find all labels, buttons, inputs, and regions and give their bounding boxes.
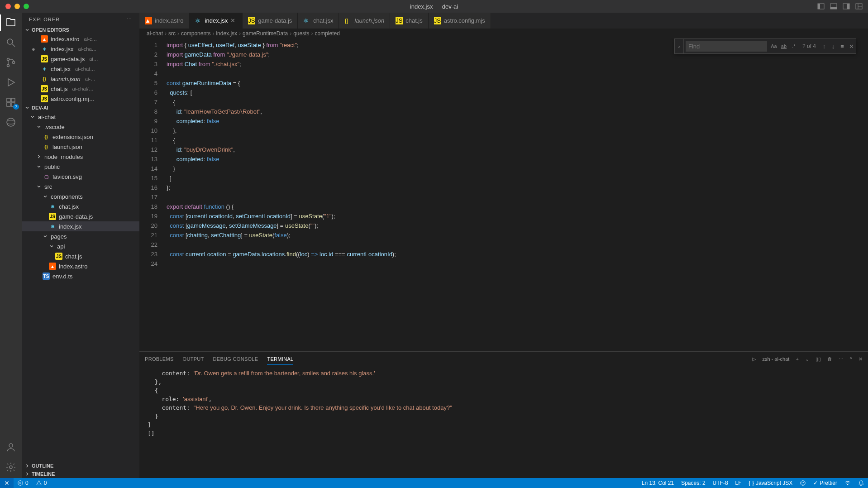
find-selection-icon[interactable]: ≡ (838, 42, 847, 51)
status-bell-icon[interactable] (854, 480, 868, 486)
tree-item[interactable]: ⚛chat.jsx (22, 201, 139, 211)
close-window[interactable] (5, 4, 11, 9)
tree-item[interactable]: pages (22, 231, 139, 241)
open-editor-item[interactable]: ● ⚛index.jsxai-cha… (22, 44, 139, 54)
maximize-window[interactable] (24, 4, 29, 9)
breadcrumb-item[interactable]: src (168, 30, 176, 37)
timeline-section[interactable]: TIMELINE (22, 470, 139, 478)
new-terminal-icon[interactable]: + (796, 356, 798, 362)
tree-item[interactable]: components (22, 191, 139, 201)
source-control-icon[interactable] (5, 57, 16, 68)
file-type-icon: ⚛ (195, 17, 202, 24)
open-editor-item[interactable]: ✕ JSastro.config.mj… (22, 94, 139, 104)
breadcrumb-item[interactable]: index.jsx (216, 30, 237, 37)
tree-item[interactable]: ▲index.astro (22, 261, 139, 271)
explorer-view-icon[interactable] (5, 17, 16, 28)
breadcrumb[interactable]: ai-chat › src › components › index.jsx ›… (139, 29, 868, 38)
find-prev-icon[interactable]: ↑ (820, 42, 829, 51)
minimap[interactable] (859, 38, 868, 351)
minimize-window[interactable] (14, 4, 20, 9)
panel-tab[interactable]: DEBUG CONSOLE (213, 354, 258, 365)
tree-item[interactable]: ⚛index.jsx (22, 221, 139, 231)
find-input[interactable] (686, 41, 767, 52)
status-prettier[interactable]: ✓ Prettier (810, 480, 841, 486)
panel-tab[interactable]: OUTPUT (183, 354, 204, 365)
editor-tab[interactable]: JSchat.js (390, 13, 429, 29)
find-expand-icon[interactable]: › (675, 39, 684, 53)
tree-item[interactable]: JSchat.js (22, 251, 139, 261)
remote-indicator[interactable] (0, 478, 14, 488)
code-content[interactable]: import { useEffect, useRef, useState } f… (167, 38, 859, 351)
regex-icon[interactable]: .* (789, 42, 798, 51)
breadcrumb-item[interactable]: components (181, 30, 210, 37)
tree-item[interactable]: ai-chat (22, 112, 139, 122)
run-debug-icon[interactable] (5, 77, 16, 88)
customize-layout-icon[interactable] (855, 3, 863, 10)
tree-item[interactable]: JSgame-data.js (22, 211, 139, 221)
tree-item[interactable]: TSenv.d.ts (22, 271, 139, 281)
open-editor-item[interactable]: ✕ ⚛chat.jsxai-chat… (22, 64, 139, 74)
tree-item[interactable]: ▢favicon.svg (22, 172, 139, 182)
extensions-icon[interactable]: 7 (5, 97, 16, 108)
close-panel-icon[interactable]: ✕ (858, 356, 863, 362)
editor-body[interactable]: 123456789101112131415161718192021222324 … (139, 38, 868, 351)
close-editor-icon[interactable]: ● (32, 46, 38, 53)
breadcrumb-item[interactable]: completed (315, 30, 340, 37)
open-editor-item[interactable]: ✕ ▲index.astroai-c… (22, 34, 139, 44)
toggle-panel-icon[interactable] (830, 3, 837, 10)
maximize-panel-icon[interactable]: ^ (850, 356, 852, 362)
breadcrumb-item[interactable]: gameRuntimeData (243, 30, 288, 37)
accounts-icon[interactable] (5, 442, 16, 453)
terminal-dropdown-icon[interactable]: ⌄ (805, 356, 809, 362)
editor-tab[interactable]: {}launch.json (339, 13, 390, 29)
match-case-icon[interactable]: Aa (769, 42, 778, 51)
status-spaces[interactable]: Spaces: 2 (677, 480, 709, 486)
status-language[interactable]: { } JavaScript JSX (745, 480, 796, 486)
find-close-icon[interactable]: ✕ (847, 42, 856, 51)
terminal-shell-label[interactable]: zsh - ai-chat (762, 356, 789, 362)
find-next-icon[interactable]: ↓ (829, 42, 838, 51)
editor-tab[interactable]: ⚛chat.jsx (298, 13, 339, 29)
terminal-output[interactable]: content: 'Dr. Owen gets a refill from th… (139, 366, 868, 478)
terminal-launch-icon[interactable]: ▷ (752, 356, 756, 362)
status-encoding[interactable]: UTF-8 (709, 480, 732, 486)
terminal-more-icon[interactable]: ⋯ (839, 356, 844, 362)
close-tab-icon[interactable]: ✕ (230, 17, 237, 24)
sidebar-more-icon[interactable]: ⋯ (127, 16, 132, 22)
editor-tab[interactable]: ▲index.astro (139, 13, 190, 29)
outline-section[interactable]: OUTLINE (22, 462, 139, 470)
status-eol[interactable]: LF (732, 480, 745, 486)
breadcrumb-item[interactable]: quests (293, 30, 309, 37)
kill-terminal-icon[interactable]: 🗑 (827, 356, 832, 362)
status-feedback-icon[interactable] (796, 480, 810, 486)
open-editor-item[interactable]: ✕ {}launch.jsonai-… (22, 74, 139, 84)
toggle-primary-sidebar-icon[interactable] (817, 3, 825, 10)
editor-tab[interactable]: JSastro.config.mjs (429, 13, 491, 29)
status-warnings[interactable]: 0 (32, 480, 51, 486)
breadcrumb-item[interactable]: ai-chat (147, 30, 163, 37)
open-editor-item[interactable]: ✕ JSchat.jsai-chat/… (22, 84, 139, 94)
status-errors[interactable]: 0 (14, 480, 32, 486)
tree-item[interactable]: {}launch.json (22, 142, 139, 152)
tree-item[interactable]: node_modules (22, 152, 139, 162)
tree-item[interactable]: {}extensions.json (22, 132, 139, 142)
status-cursor[interactable]: Ln 13, Col 21 (638, 480, 677, 486)
open-editors-section[interactable]: OPEN EDITORS (22, 26, 139, 34)
panel-tab[interactable]: PROBLEMS (145, 354, 174, 365)
search-view-icon[interactable] (5, 37, 16, 48)
project-section[interactable]: DEV-AI (22, 104, 139, 112)
settings-gear-icon[interactable] (5, 462, 16, 473)
panel-tab[interactable]: TERMINAL (267, 354, 293, 365)
toggle-secondary-sidebar-icon[interactable] (843, 3, 850, 10)
status-broadcast-icon[interactable] (841, 480, 854, 486)
tree-item[interactable]: api (22, 241, 139, 251)
split-terminal-icon[interactable]: ▯▯ (816, 356, 821, 362)
editor-tab[interactable]: JSgame-data.js (243, 13, 298, 29)
tree-item[interactable]: public (22, 162, 139, 172)
tree-item[interactable]: .vscode (22, 122, 139, 132)
editor-tab[interactable]: ⚛index.jsx✕ (190, 13, 243, 29)
edge-tools-icon[interactable] (5, 117, 16, 128)
tree-item[interactable]: src (22, 182, 139, 191)
match-word-icon[interactable]: ab (779, 42, 788, 51)
open-editor-item[interactable]: ✕ JSgame-data.jsai… (22, 54, 139, 64)
